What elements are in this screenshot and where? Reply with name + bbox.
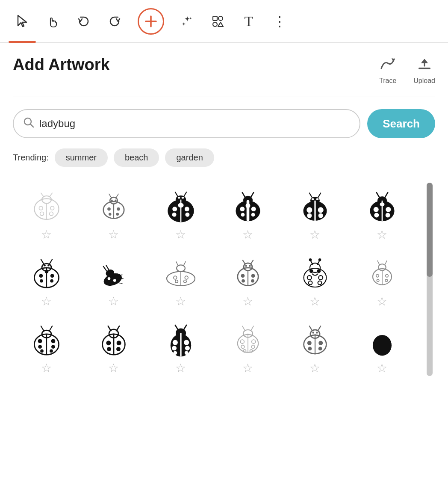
- artwork-item-13[interactable]: ☆: [13, 313, 80, 379]
- favorite-star-1[interactable]: ☆: [41, 229, 52, 241]
- svg-rect-3: [213, 16, 217, 21]
- svg-point-78: [40, 279, 43, 283]
- svg-line-165: [183, 325, 186, 330]
- favorite-star-7[interactable]: ☆: [41, 296, 52, 308]
- svg-marker-0: [18, 15, 27, 27]
- favorite-star-6[interactable]: ☆: [377, 229, 387, 241]
- artwork-item-18[interactable]: ☆: [348, 313, 416, 379]
- favorite-star-15[interactable]: ☆: [175, 362, 186, 374]
- svg-line-60: [318, 193, 321, 198]
- artwork-item-9[interactable]: ☆: [147, 246, 214, 313]
- trending-chip-garden[interactable]: garden: [165, 148, 214, 167]
- svg-point-57: [307, 213, 312, 218]
- svg-point-169: [240, 340, 244, 344]
- svg-point-132: [385, 279, 388, 282]
- main-content: Add Artwork Trace: [0, 43, 448, 388]
- artwork-item-16[interactable]: ☆: [214, 313, 281, 379]
- favorite-star-13[interactable]: ☆: [41, 362, 52, 374]
- svg-line-184: [309, 326, 312, 331]
- artwork-item-10[interactable]: ☆: [214, 246, 281, 313]
- svg-point-140: [38, 345, 42, 349]
- page-title: Add Artwork: [13, 56, 110, 74]
- artwork-item-1[interactable]: ☆: [13, 179, 80, 246]
- artwork-item-15[interactable]: ☆: [147, 313, 214, 379]
- upload-action-btn[interactable]: Upload: [413, 56, 435, 85]
- undo-btn[interactable]: [70, 8, 97, 35]
- favorite-star-16[interactable]: ☆: [242, 362, 253, 374]
- artwork-grid: ☆: [13, 179, 426, 379]
- artwork-item-5[interactable]: ☆: [281, 179, 348, 246]
- artwork-image-17: [294, 320, 336, 359]
- artwork-item-6[interactable]: ☆: [348, 179, 416, 246]
- artwork-item-8[interactable]: ☆: [80, 246, 147, 313]
- favorite-star-9[interactable]: ☆: [175, 296, 186, 308]
- svg-point-180: [307, 341, 311, 345]
- svg-line-111: [251, 260, 253, 264]
- artwork-image-14: [92, 320, 135, 359]
- svg-point-45: [240, 207, 245, 211]
- shape-tool-btn[interactable]: [204, 8, 232, 35]
- svg-line-59: [309, 193, 312, 198]
- artwork-item-11[interactable]: ☆: [281, 246, 348, 313]
- svg-point-25: [116, 213, 119, 216]
- magic-tool-btn[interactable]: [174, 8, 201, 35]
- trace-action-btn[interactable]: Trace: [379, 56, 396, 85]
- artwork-image-10: [227, 254, 269, 292]
- add-artwork-btn[interactable]: [132, 6, 170, 37]
- redo-btn[interactable]: [101, 8, 128, 35]
- artwork-item-3[interactable]: ☆: [147, 179, 214, 246]
- svg-point-36: [185, 213, 189, 217]
- header-divider: [13, 97, 435, 97]
- svg-point-95: [177, 265, 185, 271]
- search-button[interactable]: Search: [367, 109, 435, 138]
- svg-point-162: [173, 351, 177, 355]
- svg-line-153: [108, 326, 111, 331]
- favorite-star-18[interactable]: ☆: [377, 362, 387, 374]
- trending-chip-beach[interactable]: beach: [114, 148, 159, 167]
- artwork-item-12[interactable]: ☆: [348, 246, 416, 313]
- artwork-item-4[interactable]: ☆: [214, 179, 281, 246]
- scrollbar-track[interactable]: [426, 183, 433, 376]
- svg-rect-44: [246, 200, 249, 222]
- search-input[interactable]: [39, 118, 350, 130]
- favorite-star-10[interactable]: ☆: [242, 296, 253, 308]
- artwork-image-13: [25, 320, 68, 359]
- artwork-item-7[interactable]: ☆: [13, 246, 80, 313]
- favorite-star-2[interactable]: ☆: [108, 229, 119, 241]
- svg-point-24: [108, 213, 111, 216]
- trending-chip-summer[interactable]: summer: [55, 148, 108, 167]
- artwork-item-2[interactable]: ☆: [80, 179, 147, 246]
- artwork-item-14[interactable]: ☆: [80, 313, 147, 379]
- scrollbar-thumb[interactable]: [427, 183, 433, 277]
- favorite-star-11[interactable]: ☆: [309, 296, 320, 308]
- favorite-star-3[interactable]: ☆: [175, 229, 186, 241]
- toolbar: T ⋮: [0, 0, 448, 43]
- more-options-btn[interactable]: ⋮: [266, 8, 293, 35]
- svg-point-14: [50, 206, 54, 210]
- svg-point-48: [251, 213, 255, 216]
- favorite-star-5[interactable]: ☆: [309, 229, 320, 241]
- svg-point-171: [241, 345, 245, 349]
- artwork-item-17[interactable]: ☆: [281, 313, 348, 379]
- svg-point-143: [50, 350, 53, 353]
- favorite-star-12[interactable]: ☆: [377, 296, 387, 308]
- svg-line-176: [251, 326, 253, 331]
- svg-line-17: [41, 193, 44, 197]
- svg-point-69: [385, 213, 390, 217]
- favorite-star-8[interactable]: ☆: [108, 296, 119, 308]
- svg-point-141: [51, 345, 55, 349]
- search-input-wrap: [13, 109, 360, 138]
- text-tool-btn[interactable]: T: [235, 8, 262, 35]
- svg-point-124: [309, 258, 312, 261]
- svg-point-152: [116, 347, 121, 351]
- hand-tool-btn[interactable]: [39, 8, 67, 35]
- trace-icon: [380, 56, 396, 74]
- svg-line-101: [176, 262, 178, 266]
- svg-point-49: [245, 203, 250, 208]
- favorite-star-4[interactable]: ☆: [242, 229, 253, 241]
- favorite-star-17[interactable]: ☆: [309, 362, 320, 374]
- svg-point-107: [251, 274, 255, 278]
- svg-point-40: [177, 197, 180, 199]
- select-tool-btn[interactable]: [9, 8, 36, 35]
- favorite-star-14[interactable]: ☆: [108, 362, 119, 374]
